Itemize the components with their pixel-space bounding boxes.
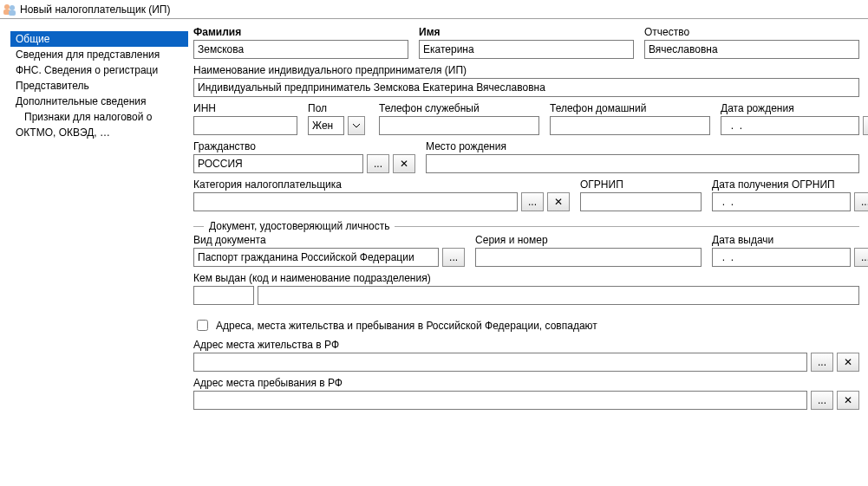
label-kategoria: Категория налогоплательщика — [193, 178, 570, 191]
sidebar-item-general[interactable]: Общие — [10, 31, 188, 47]
grazhdanstvo-clear-button[interactable]: ✕ — [393, 154, 415, 173]
sidebar-item-tax-signs[interactable]: Признаки для налоговой о — [10, 109, 188, 125]
label-addr-preb: Адрес места пребывания в РФ — [193, 377, 859, 389]
people-icon — [3, 3, 16, 16]
addr-zhit-clear-button[interactable]: ✕ — [837, 353, 859, 372]
data-vydachi-pick-button[interactable]: ... — [854, 248, 868, 267]
input-data-vydachi[interactable] — [712, 248, 851, 267]
addresses-match-label: Адреса, места жительства и пребывания в … — [216, 320, 597, 332]
input-addr-zhit[interactable] — [193, 353, 807, 372]
group-id-document: Документ, удостоверяющий личность — [193, 220, 859, 232]
label-otchestvo: Отчество — [644, 26, 859, 38]
label-ogrnip: ОГРНИП — [580, 178, 702, 191]
sidebar-item-oktmo[interactable]: ОКТМО, ОКВЭД, … — [10, 125, 188, 140]
input-tel-dom[interactable] — [550, 116, 710, 135]
titlebar: Новый налогоплательщик (ИП) — [0, 0, 868, 19]
label-tel-sluzh: Телефон служебный — [379, 102, 539, 114]
input-dob[interactable] — [721, 116, 859, 135]
input-kem-text[interactable] — [258, 286, 859, 305]
svg-point-0 — [4, 4, 10, 10]
svg-point-1 — [10, 5, 15, 10]
data-ogrnip-pick-button[interactable]: ... — [854, 192, 868, 211]
sidebar-item-representative[interactable]: Представитель — [10, 78, 188, 94]
input-kategoria[interactable] — [193, 192, 518, 211]
input-data-ogrnip[interactable] — [712, 192, 851, 211]
input-tel-sluzh[interactable] — [379, 116, 539, 135]
form-area: Фамилия Имя Отчество Наименование индиви… — [188, 26, 868, 486]
label-data-ogrnip: Дата получения ОГРНИП — [712, 178, 859, 191]
label-tel-dom: Телефон домашний — [550, 102, 710, 114]
addr-zhit-pick-button[interactable]: ... — [811, 353, 833, 372]
addresses-match-checkbox[interactable]: Адреса, места жительства и пребывания в … — [193, 317, 859, 334]
input-kem-code[interactable] — [193, 286, 254, 305]
sidebar-item-fns[interactable]: ФНС. Сведения о регистраци — [10, 62, 188, 78]
input-inn[interactable] — [193, 116, 297, 135]
label-kem-vydan: Кем выдан (код и наименование подразделе… — [193, 272, 859, 284]
input-familia[interactable] — [193, 40, 408, 59]
label-inn: ИНН — [193, 102, 297, 114]
label-pol: Пол — [308, 102, 369, 114]
label-data-vydachi: Дата выдачи — [712, 234, 859, 246]
input-grazhdanstvo[interactable] — [193, 154, 363, 173]
label-grazhdanstvo: Гражданство — [193, 140, 415, 152]
sidebar-item-submission[interactable]: Сведения для представления — [10, 47, 188, 62]
sidebar: Общие Сведения для представления ФНС. Св… — [10, 26, 188, 486]
input-ogrnip[interactable] — [580, 192, 702, 211]
dropdown-pol-button[interactable] — [348, 116, 365, 135]
label-familia: Фамилия — [193, 26, 408, 38]
label-addr-zhit: Адрес места жительства в РФ — [193, 339, 859, 351]
dob-pick-button[interactable]: ... — [863, 116, 868, 135]
kategoria-clear-button[interactable]: ✕ — [547, 192, 570, 211]
chevron-down-icon — [353, 122, 360, 129]
input-imya[interactable] — [419, 40, 634, 59]
kategoria-pick-button[interactable]: ... — [521, 192, 544, 211]
input-mesto-rozhd[interactable] — [426, 154, 859, 173]
input-otchestvo[interactable] — [644, 40, 859, 59]
addr-preb-clear-button[interactable]: ✕ — [837, 391, 859, 410]
select-pol[interactable] — [308, 116, 344, 135]
grazhdanstvo-pick-button[interactable]: ... — [367, 154, 389, 173]
label-mesto-rozhd: Место рождения — [426, 140, 859, 152]
addr-preb-pick-button[interactable]: ... — [811, 391, 833, 410]
label-dob: Дата рождения — [721, 102, 859, 114]
input-addr-preb[interactable] — [193, 391, 807, 410]
label-fullname: Наименование индивидуального предпринима… — [193, 64, 859, 76]
svg-rect-3 — [9, 10, 16, 16]
input-vid-doc[interactable] — [193, 248, 439, 267]
input-fullname[interactable] — [193, 78, 859, 97]
label-seria: Серия и номер — [475, 234, 702, 246]
vid-doc-pick-button[interactable]: ... — [442, 248, 465, 267]
window: Новый налогоплательщик (ИП) Общие Сведен… — [0, 0, 868, 486]
label-imya: Имя — [419, 26, 634, 38]
window-title: Новый налогоплательщик (ИП) — [20, 3, 170, 16]
label-vid-doc: Вид документа — [193, 234, 465, 246]
input-seria[interactable] — [475, 248, 702, 267]
sidebar-item-additional[interactable]: Дополнительные сведения — [10, 94, 188, 109]
addresses-match-input[interactable] — [197, 320, 208, 331]
